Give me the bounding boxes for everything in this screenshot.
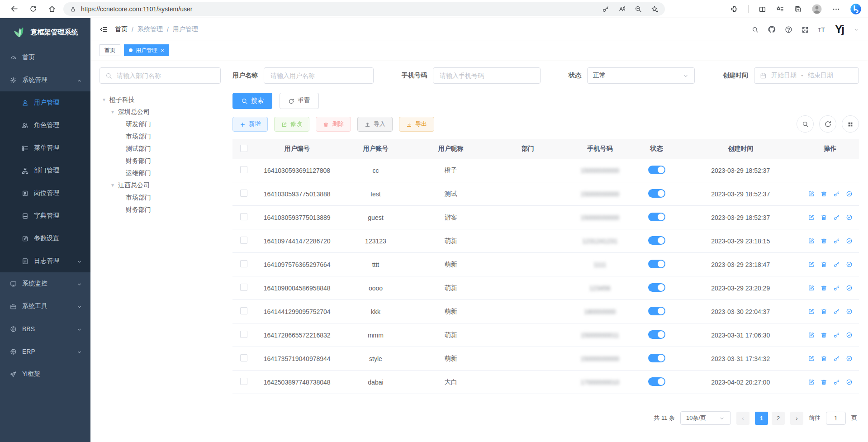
- tree-expand-caret-icon[interactable]: ▼: [101, 97, 107, 102]
- delete-row-button[interactable]: [821, 308, 827, 315]
- avatar-caret-icon[interactable]: [854, 25, 859, 33]
- sidebar-item-9[interactable]: 日志管理: [0, 250, 90, 272]
- row-checkbox[interactable]: [240, 166, 247, 173]
- tree-expand-caret-icon[interactable]: ▼: [110, 183, 115, 188]
- reset-password-button[interactable]: [833, 214, 840, 221]
- sidebar-item-4[interactable]: 菜单管理: [0, 137, 90, 159]
- tree-node-1[interactable]: ▼深圳总公司: [100, 106, 221, 118]
- more-menu-icon[interactable]: [832, 5, 840, 13]
- status-toggle[interactable]: [648, 213, 665, 221]
- dept-search-input-wrap[interactable]: [100, 67, 221, 84]
- reset-password-button[interactable]: [833, 190, 840, 197]
- delete-row-button[interactable]: [821, 332, 827, 338]
- edit-row-button[interactable]: [808, 379, 815, 385]
- url-text[interactable]: https://ccnetcore.com:1101/system/user: [81, 5, 192, 13]
- row-checkbox[interactable]: [240, 260, 247, 267]
- key-icon[interactable]: [602, 5, 609, 13]
- user-avatar[interactable]: Yj: [835, 24, 844, 35]
- row-checkbox[interactable]: [240, 284, 247, 291]
- reset-password-button[interactable]: [833, 308, 840, 315]
- back-icon[interactable]: [6, 2, 22, 16]
- favorite-add-icon[interactable]: [651, 5, 659, 13]
- tree-node-7[interactable]: ▼江西总公司: [100, 179, 221, 191]
- assign-role-button[interactable]: [846, 332, 853, 338]
- prev-page-button[interactable]: ‹: [736, 412, 749, 425]
- row-checkbox[interactable]: [240, 331, 247, 338]
- page-size-select[interactable]: 10条/页: [680, 411, 731, 425]
- phone-field-wrap[interactable]: [433, 67, 541, 84]
- status-toggle[interactable]: [648, 189, 665, 198]
- reset-password-button[interactable]: [833, 238, 840, 244]
- delete-row-button[interactable]: [821, 379, 827, 385]
- extensions-icon[interactable]: [730, 5, 738, 13]
- assign-role-button[interactable]: [846, 355, 853, 362]
- font-size-icon[interactable]: TT: [818, 25, 826, 34]
- page-button-1[interactable]: 1: [755, 412, 768, 425]
- sidebar-item-11[interactable]: 系统工具: [0, 295, 90, 318]
- sidebar-item-10[interactable]: 系统监控: [0, 272, 90, 295]
- search-icon[interactable]: [752, 25, 759, 33]
- sidebar-item-13[interactable]: ERP: [0, 340, 90, 363]
- goto-page-input-wrap[interactable]: [826, 412, 846, 425]
- delete-row-button[interactable]: [821, 190, 827, 197]
- row-checkbox[interactable]: [240, 378, 247, 385]
- sidebar-item-14[interactable]: Yi框架: [0, 363, 90, 385]
- sidebar-item-7[interactable]: 字典管理: [0, 204, 90, 227]
- fullscreen-icon[interactable]: [802, 25, 809, 33]
- tree-expand-caret-icon[interactable]: ▼: [110, 109, 115, 114]
- sidebar-item-5[interactable]: 部门管理: [0, 159, 90, 182]
- row-checkbox[interactable]: [240, 354, 247, 361]
- delete-button[interactable]: 删除: [316, 117, 351, 132]
- status-select[interactable]: 正常: [587, 67, 695, 84]
- tree-node-0[interactable]: ▼橙子科技: [100, 94, 221, 106]
- status-toggle[interactable]: [648, 354, 665, 362]
- tree-node-6[interactable]: 运维部门: [100, 167, 221, 179]
- status-toggle[interactable]: [648, 166, 665, 174]
- sidebar-item-6[interactable]: 岗位管理: [0, 182, 90, 204]
- tree-node-9[interactable]: 财务部门: [100, 204, 221, 216]
- edit-row-button[interactable]: [808, 214, 815, 221]
- page-button-2[interactable]: 2: [772, 412, 785, 425]
- tree-node-5[interactable]: 财务部门: [100, 155, 221, 167]
- status-toggle[interactable]: [648, 283, 665, 292]
- assign-role-button[interactable]: [846, 238, 853, 244]
- reset-password-button[interactable]: [833, 355, 840, 362]
- date-start-placeholder[interactable]: 开始日期: [771, 71, 797, 80]
- collections-icon[interactable]: [794, 5, 802, 13]
- edit-row-button[interactable]: [808, 261, 815, 268]
- sidebar-item-2[interactable]: 用户管理: [0, 91, 90, 114]
- reset-password-button[interactable]: [833, 332, 840, 338]
- edit-row-button[interactable]: [808, 190, 815, 197]
- delete-row-button[interactable]: [821, 238, 827, 244]
- column-settings-button[interactable]: [842, 115, 859, 133]
- add-button[interactable]: 新增: [232, 117, 268, 132]
- zoom-out-icon[interactable]: [635, 5, 642, 13]
- sidebar-item-0[interactable]: 首页: [0, 46, 90, 69]
- home-icon[interactable]: [44, 2, 60, 16]
- select-all-checkbox[interactable]: [240, 145, 247, 152]
- tree-node-4[interactable]: 测试部门: [100, 143, 221, 155]
- status-toggle[interactable]: [648, 260, 665, 268]
- date-range-picker[interactable]: 开始日期 - 结束日期: [754, 67, 859, 84]
- edit-row-button[interactable]: [808, 238, 815, 244]
- delete-row-button[interactable]: [821, 261, 827, 268]
- profile-avatar-icon[interactable]: [811, 4, 822, 14]
- assign-role-button[interactable]: [846, 190, 853, 197]
- tree-node-2[interactable]: 研发部门: [100, 118, 221, 130]
- table-refresh-button[interactable]: [819, 115, 836, 133]
- delete-row-button[interactable]: [821, 355, 827, 362]
- reset-password-button[interactable]: [833, 285, 840, 291]
- read-aloud-icon[interactable]: [618, 5, 626, 13]
- github-icon[interactable]: [768, 25, 776, 34]
- edit-row-button[interactable]: [808, 285, 815, 291]
- reset-password-button[interactable]: [833, 261, 840, 268]
- assign-role-button[interactable]: [846, 308, 853, 315]
- status-toggle[interactable]: [648, 307, 665, 315]
- status-toggle[interactable]: [648, 330, 665, 339]
- goto-page-input[interactable]: [826, 414, 845, 422]
- sidebar-item-8[interactable]: 参数设置: [0, 227, 90, 250]
- row-checkbox[interactable]: [240, 237, 247, 244]
- username-field[interactable]: [270, 71, 368, 80]
- tab-user-management[interactable]: 用户管理 ×: [124, 44, 169, 56]
- tab-home[interactable]: 首页: [100, 44, 120, 56]
